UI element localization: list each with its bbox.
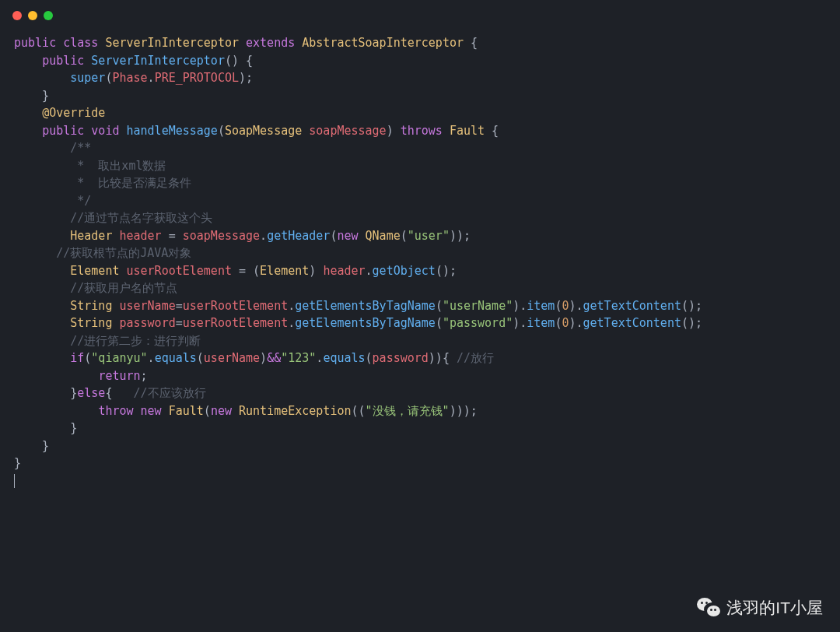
code-token: * 取出xml数据	[70, 159, 166, 173]
code-line: public void handleMessage(SoapMessage so…	[14, 122, 826, 140]
code-line: }else{ //不应该放行	[14, 384, 826, 402]
code-line: throw new Fault(new RuntimeException(("没…	[14, 402, 826, 420]
code-token: )	[260, 351, 267, 365]
code-line: String password=userRootElement.getEleme…	[14, 314, 826, 332]
code-token: (	[436, 299, 443, 313]
text-cursor	[14, 474, 15, 488]
code-token: );	[239, 71, 253, 85]
code-line	[14, 472, 826, 490]
code-token: super	[70, 71, 105, 85]
code-line: /**	[14, 139, 826, 157]
minimize-button[interactable]	[28, 11, 37, 20]
code-token: class	[63, 36, 98, 50]
code-token: item	[527, 316, 555, 330]
code-token: =	[176, 316, 183, 330]
code-token: soapMessage	[183, 229, 260, 243]
code-token	[14, 159, 70, 173]
code-token: new	[337, 229, 358, 243]
code-token	[14, 316, 70, 330]
code-token: return	[98, 369, 140, 383]
code-line: }	[14, 87, 826, 105]
code-token: Fault	[169, 404, 204, 418]
code-token: userName	[204, 351, 260, 365]
code-token: password	[119, 316, 175, 330]
code-token: ));	[450, 229, 471, 243]
close-button[interactable]	[12, 11, 22, 20]
code-token: "123"	[281, 351, 316, 365]
code-token: public	[42, 54, 84, 68]
code-line: return;	[14, 367, 826, 385]
code-token: "qianyu"	[91, 351, 147, 365]
code-token	[14, 124, 42, 138]
window-controls	[0, 0, 840, 28]
code-line: Element userRootElement = (Element) head…	[14, 262, 826, 280]
code-token	[14, 351, 70, 365]
code-token: }	[14, 439, 49, 453]
code-token	[14, 404, 98, 418]
code-token	[14, 106, 42, 120]
code-token: .	[148, 71, 155, 85]
code-token	[14, 54, 42, 68]
code-token: extends	[246, 36, 295, 50]
code-token: }	[14, 386, 77, 400]
watermark-text: 浅羽的IT小屋	[726, 599, 823, 617]
code-token	[119, 124, 126, 138]
code-token: password	[373, 351, 429, 365]
code-token: public	[14, 36, 56, 50]
code-token	[443, 124, 450, 138]
code-token: (	[218, 124, 225, 138]
code-token: }	[14, 421, 77, 435]
code-token: .	[148, 351, 155, 365]
code-line: public ServerInInterceptor() {	[14, 52, 826, 70]
code-token: (	[84, 351, 91, 365]
code-token: Fault	[450, 124, 485, 138]
code-token: )));	[450, 404, 478, 418]
code-token: ).	[569, 299, 583, 313]
code-token: item	[527, 299, 555, 313]
code-token: .	[288, 316, 295, 330]
code-token	[14, 264, 70, 278]
code-token	[14, 229, 70, 243]
code-token: AbstractSoapInterceptor	[302, 36, 464, 50]
code-token	[134, 404, 141, 418]
code-token: QName	[366, 229, 401, 243]
code-token: ((	[352, 404, 366, 418]
code-token: getHeader	[267, 229, 330, 243]
watermark: 浅羽的IT小屋	[697, 598, 823, 618]
code-token: ;	[141, 369, 148, 383]
code-token: {	[464, 36, 478, 50]
code-token	[14, 71, 70, 85]
maximize-button[interactable]	[44, 11, 53, 20]
code-token: getObject	[373, 264, 436, 278]
code-token: .	[260, 229, 267, 243]
code-line: //通过节点名字获取这个头	[14, 209, 826, 227]
code-token: ).	[569, 316, 583, 330]
code-token: ).	[513, 299, 527, 313]
code-token: (	[197, 351, 204, 365]
code-token: //进行第二步：进行判断	[70, 334, 201, 348]
code-editor[interactable]: public class ServerInInterceptor extends…	[0, 28, 840, 496]
code-token: public	[42, 124, 84, 138]
code-token	[239, 36, 246, 50]
code-line: //获取根节点的JAVA对象	[14, 244, 826, 262]
code-token: }	[14, 89, 49, 103]
code-token	[162, 404, 169, 418]
code-token	[359, 229, 366, 243]
code-token: =	[162, 229, 183, 243]
code-token: getTextContent	[583, 299, 681, 313]
code-token: getTextContent	[583, 316, 681, 330]
code-token: ServerInInterceptor	[91, 54, 225, 68]
code-token: )	[387, 124, 401, 138]
code-token: )){	[429, 351, 457, 365]
code-token: */	[70, 194, 91, 208]
code-token: () {	[225, 54, 253, 68]
code-line: }	[14, 437, 826, 455]
code-token	[14, 369, 98, 383]
code-line: * 比较是否满足条件	[14, 174, 826, 192]
code-token: equals	[323, 351, 365, 365]
code-token: (	[204, 404, 211, 418]
code-token: }	[14, 456, 21, 470]
code-token: (	[436, 316, 443, 330]
code-line: //进行第二步：进行判断	[14, 332, 826, 350]
code-token: //不应该放行	[134, 386, 206, 400]
